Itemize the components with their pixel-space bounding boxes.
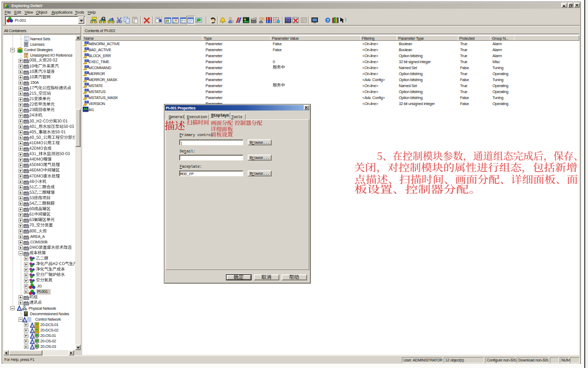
svg-text:30: 30	[24, 39, 27, 41]
svg-text:A: A	[30, 323, 33, 327]
svg-text:A: A	[30, 334, 33, 338]
svg-text:A: A	[23, 318, 26, 322]
svg-text:A: A	[18, 307, 21, 311]
svg-text:A: A	[30, 329, 33, 333]
svg-text:?: ?	[327, 17, 329, 22]
svg-text:12: 12	[24, 37, 27, 39]
svg-text:A: A	[30, 340, 33, 344]
svg-text:?: ?	[345, 17, 346, 22]
svg-text:A: A	[30, 346, 33, 349]
